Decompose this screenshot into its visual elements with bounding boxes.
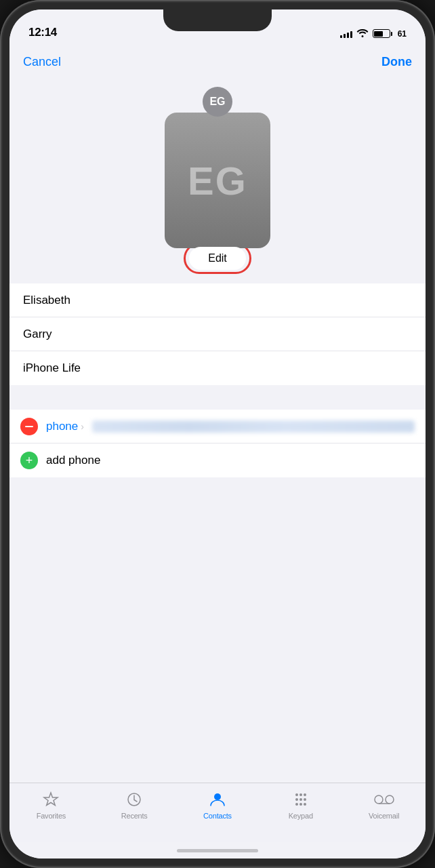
- section-divider-2: [9, 477, 426, 502]
- battery-percent: 61: [398, 29, 407, 39]
- last-name-input[interactable]: [23, 328, 412, 341]
- phone-label[interactable]: phone: [46, 420, 78, 433]
- tab-keypad-label: Keypad: [289, 812, 313, 820]
- svg-point-11: [375, 795, 383, 804]
- svg-point-2: [295, 793, 298, 796]
- svg-point-12: [386, 795, 394, 804]
- remove-phone-button[interactable]: [20, 418, 38, 435]
- svg-point-7: [304, 798, 306, 801]
- phone-frame: 12:14: [0, 0, 435, 868]
- edit-button[interactable]: Edit: [189, 247, 246, 270]
- status-icons: 61: [340, 28, 407, 39]
- first-name-row: [9, 283, 426, 317]
- phone-number-value[interactable]: [92, 420, 415, 433]
- favorites-icon: [42, 790, 60, 809]
- section-divider-1: [9, 385, 426, 410]
- add-phone-button[interactable]: [20, 452, 38, 469]
- recents-icon: [125, 790, 143, 809]
- tab-contacts-label: Contacts: [203, 812, 232, 820]
- svg-point-1: [214, 793, 221, 800]
- scroll-content[interactable]: phone › add phone: [9, 283, 426, 783]
- edit-button-container: Edit: [189, 247, 246, 270]
- cancel-button[interactable]: Cancel: [23, 55, 61, 69]
- tab-bar: Favorites Recents: [9, 783, 426, 842]
- tab-voicemail[interactable]: Voicemail: [342, 790, 426, 820]
- svg-point-6: [299, 798, 302, 801]
- tab-voicemail-label: Voicemail: [369, 812, 399, 820]
- photo-placeholder[interactable]: EG: [165, 113, 270, 248]
- notch: [163, 9, 272, 31]
- name-section: [9, 283, 426, 385]
- navigation-bar: Cancel Done: [9, 43, 426, 80]
- avatar-small: EG: [203, 87, 232, 117]
- contacts-icon: [209, 790, 226, 809]
- home-bar: [177, 849, 258, 852]
- tab-keypad[interactable]: Keypad: [259, 790, 342, 820]
- signal-icon: [340, 30, 352, 38]
- first-name-input[interactable]: [23, 294, 412, 307]
- add-phone-row: add phone: [9, 443, 426, 477]
- status-time: 12:14: [28, 26, 57, 39]
- svg-point-3: [299, 793, 302, 796]
- wifi-icon: [356, 28, 369, 39]
- add-phone-label[interactable]: add phone: [46, 454, 100, 467]
- tab-contacts[interactable]: Contacts: [176, 790, 260, 820]
- battery-icon: [373, 29, 392, 38]
- tab-favorites-label: Favorites: [37, 812, 66, 820]
- svg-point-10: [304, 803, 306, 806]
- phone-chevron-icon: ›: [81, 421, 84, 432]
- home-indicator: [9, 842, 426, 859]
- photo-initials: EG: [188, 158, 247, 203]
- tab-recents-label: Recents: [121, 812, 148, 820]
- tab-favorites[interactable]: Favorites: [9, 790, 93, 820]
- company-input[interactable]: [23, 361, 412, 375]
- tab-recents[interactable]: Recents: [93, 790, 176, 820]
- phone-row-existing: phone ›: [9, 410, 426, 443]
- svg-point-8: [295, 803, 298, 806]
- company-row: [9, 351, 426, 385]
- svg-point-4: [304, 793, 306, 796]
- keypad-icon: [292, 790, 310, 809]
- contact-header: EG EG Edit: [9, 80, 426, 283]
- svg-point-5: [295, 798, 298, 801]
- voicemail-icon: [374, 790, 394, 809]
- screen: 12:14: [9, 9, 426, 859]
- svg-point-9: [299, 803, 302, 806]
- phone-section: phone › add phone: [9, 410, 426, 477]
- last-name-row: [9, 317, 426, 351]
- done-button[interactable]: Done: [381, 55, 412, 69]
